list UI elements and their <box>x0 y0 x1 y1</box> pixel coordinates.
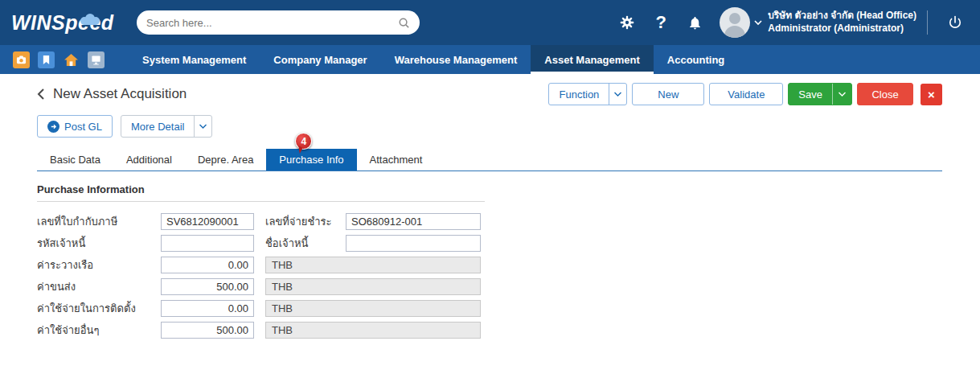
tab-attachment[interactable]: Attachment <box>357 149 436 171</box>
module-nav-bar: System Management Company Manager Wareho… <box>0 45 980 74</box>
vendor-name-label: ชื่อเจ้าหนี้ <box>265 235 346 252</box>
tax-invoice-input[interactable] <box>161 213 254 230</box>
close-button[interactable]: Close <box>857 83 913 105</box>
vendor-name-input[interactable] <box>346 235 481 252</box>
other-expense-currency-field: THB <box>265 322 481 339</box>
tab-purchase-info-label: Purchase Info <box>279 154 343 166</box>
tab-depre-area[interactable]: Depre. Area <box>185 149 266 171</box>
nav-item-asset-management[interactable]: Asset Management <box>531 45 653 74</box>
cloud-icon <box>77 6 101 30</box>
transport-label: ค่าขนส่ง <box>37 278 161 295</box>
save-caret-icon[interactable] <box>832 84 851 105</box>
more-detail-button[interactable]: More Detail <box>121 115 212 138</box>
user-role: Administrator (Administrator) <box>768 23 916 35</box>
more-detail-caret-icon[interactable] <box>194 116 211 137</box>
nav-item-system-management[interactable]: System Management <box>129 45 260 74</box>
freight-label: ค่าระวางเรือ <box>37 257 161 273</box>
back-chevron-icon[interactable] <box>37 88 45 101</box>
close-x-icon: × <box>928 88 935 101</box>
close-x-button[interactable]: × <box>921 84 942 105</box>
home-icon[interactable] <box>63 51 80 68</box>
save-button-label: Save <box>789 88 832 101</box>
installation-currency-field: THB <box>265 300 481 317</box>
quick-launch-icons <box>0 45 117 74</box>
user-avatar[interactable] <box>720 7 750 38</box>
vendor-code-input[interactable] <box>161 235 254 252</box>
brand-logo: WINSpeed <box>11 11 133 35</box>
nav-item-company-manager[interactable]: Company Manager <box>260 45 380 74</box>
help-icon[interactable]: ? <box>644 12 678 33</box>
function-button-label: Function <box>549 88 609 101</box>
close-button-label: Close <box>871 88 898 101</box>
topbar-right-cluster: ? บริษัท ตัวอย่าง จำกัด (Head Office) Ad… <box>610 7 980 38</box>
form-row: ค่าระวางเรือ THB <box>37 254 481 276</box>
post-gl-button[interactable]: Post GL <box>37 115 113 138</box>
app-window: WINSpeed ? บ <box>0 0 980 378</box>
transport-input[interactable] <box>161 278 254 295</box>
search-bar <box>137 10 420 35</box>
other-expense-label: ค่าใช้จ่ายอื่นๆ <box>37 322 161 339</box>
topbar-divider <box>927 10 928 35</box>
form-row: เลขที่ใบกำกับภาษี เลขที่จ่ายชำระ <box>37 211 481 232</box>
form-row: ค่าขนส่ง THB <box>37 276 481 298</box>
post-gl-label: Post GL <box>64 121 102 133</box>
freight-input[interactable] <box>161 257 254 273</box>
page-title: New Asset Acquisition <box>53 86 187 102</box>
bookmark-icon[interactable] <box>38 51 55 68</box>
form-row: รหัสเจ้าหนี้ ชื่อเจ้าหนี้ <box>37 232 481 254</box>
page-header: New Asset Acquisition Function New Valid… <box>37 82 942 106</box>
installation-label: ค่าใช้จ่ายในการติดตั้ง <box>37 300 161 317</box>
toolbar: Function New Validate Save Close <box>548 83 942 105</box>
user-info: บริษัท ตัวอย่าง จำกัด (Head Office) Admi… <box>768 10 916 35</box>
form-row: ค่าใช้จ่ายในการติดตั้ง THB <box>37 298 481 319</box>
secondary-actions: Post GL More Detail <box>37 115 212 138</box>
new-button-label: New <box>658 88 679 101</box>
top-bar: WINSpeed ? บ <box>0 0 980 45</box>
notifications-bell-icon[interactable] <box>678 15 711 31</box>
search-input[interactable] <box>146 17 393 29</box>
logout-power-icon[interactable] <box>938 14 972 31</box>
freight-currency-field: THB <box>265 257 481 273</box>
search-icon[interactable] <box>398 17 410 29</box>
more-detail-label: More Detail <box>121 121 194 133</box>
tab-additional[interactable]: Additional <box>113 149 185 171</box>
transport-currency-field: THB <box>265 278 481 295</box>
user-menu-chevron-icon[interactable] <box>754 20 762 26</box>
function-button[interactable]: Function <box>548 83 627 105</box>
section-title: Purchase Information <box>37 183 485 202</box>
new-button[interactable]: New <box>632 83 704 105</box>
form-row: ค่าใช้จ่ายอื่นๆ THB <box>37 319 481 341</box>
nav-item-accounting[interactable]: Accounting <box>654 45 739 74</box>
post-gl-icon <box>47 121 59 133</box>
monitor-icon[interactable] <box>88 51 105 68</box>
purchase-info-form: เลขที่ใบกำกับภาษี เลขที่จ่ายชำระ รหัสเจ้… <box>37 211 481 341</box>
function-caret-icon[interactable] <box>609 84 626 105</box>
validate-button[interactable]: Validate <box>709 83 783 105</box>
other-expense-input[interactable] <box>161 322 254 339</box>
tab-basic-data[interactable]: Basic Data <box>37 149 113 171</box>
payment-no-input[interactable] <box>346 213 481 230</box>
nav-item-warehouse-management[interactable]: Warehouse Management <box>381 45 531 74</box>
tab-purchase-info[interactable]: Purchase Info 4 <box>266 149 356 171</box>
validate-button-label: Validate <box>728 88 765 101</box>
installation-input[interactable] <box>161 300 254 317</box>
camera-icon[interactable] <box>13 51 30 68</box>
step-badge: 4 <box>295 133 312 150</box>
company-name: บริษัท ตัวอย่าง จำกัด (Head Office) <box>768 10 916 23</box>
tax-invoice-label: เลขที่ใบกำกับภาษี <box>37 213 161 230</box>
settings-gear-icon[interactable] <box>610 14 644 31</box>
payment-no-label: เลขที่จ่ายชำระ <box>265 213 346 230</box>
vendor-code-label: รหัสเจ้าหนี้ <box>37 235 161 252</box>
module-menu: System Management Company Manager Wareho… <box>129 45 738 74</box>
tab-bar: Basic Data Additional Depre. Area Purcha… <box>37 149 942 171</box>
save-button[interactable]: Save <box>788 83 852 105</box>
